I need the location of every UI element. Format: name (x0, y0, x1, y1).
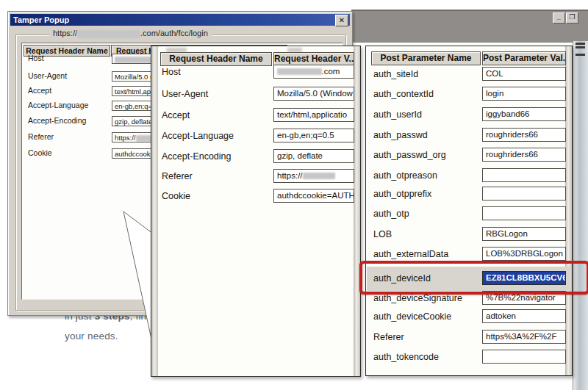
param-value-referer[interactable]: https%3A%2F%2F (482, 330, 566, 344)
param-name-auth_devicecookie: auth_deviceCookie (373, 311, 451, 322)
param-value-auth_otpprefix[interactable] (482, 187, 566, 201)
device-id-highlight-box (359, 261, 588, 295)
param-name-auth_passwd_org: auth_passwd_org (373, 150, 446, 160)
param-value-lob[interactable]: RBGLogon (482, 227, 566, 241)
window-titlebar[interactable]: Tamper Popup ✕ (10, 14, 350, 26)
param-name-cookie: Cookie (28, 148, 52, 157)
param-value-host[interactable]: .com (273, 65, 354, 79)
close-icon[interactable]: ✕ (335, 15, 348, 26)
window-title: Tamper Popup (13, 15, 69, 24)
param-value-referer[interactable]: https:// (273, 169, 354, 183)
param-name-host: Host (162, 67, 181, 77)
param-name-auth_userid: auth_userId (373, 109, 422, 120)
param-name-user-agent: User-Agent (162, 89, 208, 99)
param-name-user-agent: User-Agent (28, 71, 67, 80)
param-name-accept: Accept (162, 110, 190, 120)
param-name-auth_contextid: auth_contextId (373, 89, 434, 99)
param-name-cookie: Cookie (162, 191, 190, 201)
background-scroll-strip[interactable] (573, 41, 588, 390)
url-prefix: https:// (53, 29, 77, 37)
param-name-referer: Referer (373, 332, 404, 342)
param-value-auth_passwd[interactable]: roughriders66 (482, 128, 566, 142)
param-name-auth_otpprefix: auth_otpprefix (373, 189, 431, 199)
minimize-icon[interactable]: _ (553, 12, 565, 24)
param-name-host: Host (28, 54, 44, 62)
param-name-auth_externaldata: auth_externalData (373, 249, 448, 259)
param-value-auth_contextid[interactable]: login (482, 87, 566, 101)
redacted-value (303, 173, 335, 179)
param-value-accept-encoding[interactable]: gzip, deflate (273, 149, 354, 163)
param-value-auth_otp[interactable] (482, 206, 566, 220)
param-name-auth_otpreason: auth_otpreason (373, 170, 437, 181)
column-header-post-parameter-name[interactable]: Post Parameter Name (371, 51, 481, 65)
param-value-auth_siteid[interactable]: COL (482, 67, 566, 81)
redacted-url-host (77, 30, 140, 38)
param-value-accept-language[interactable]: en-gb,en;q=0.5 (273, 129, 354, 142)
param-value-auth_devicecookie[interactable]: adtoken (482, 309, 566, 323)
param-name-lob: LOB (373, 229, 392, 239)
param-value-accept[interactable]: text/html,applicatio (273, 108, 354, 122)
column-header-post-parameter-value[interactable]: Post Parameter Val... (482, 51, 566, 65)
page-text-line2: your needs. (65, 331, 118, 342)
param-name-auth_passwd: auth_passwd (373, 130, 428, 140)
param-name-referer: Referer (162, 171, 193, 181)
param-value-auth_tokencode[interactable] (482, 350, 566, 364)
redacted-value (277, 68, 322, 75)
param-value-auth_otpreason[interactable] (482, 168, 566, 182)
param-name-accept-language: Accept-Language (28, 101, 88, 109)
url-suffix: .com/auth/fcc/login (140, 29, 208, 37)
param-name-accept-encoding: Accept-Encoding (28, 116, 86, 125)
panel-edge (565, 46, 572, 375)
request-header-panel-zoomed: Request Header Name Request Header V... … (151, 46, 361, 377)
param-name-accept-language: Accept-Language (162, 131, 234, 141)
param-value-cookie[interactable]: authdccookie=AUTH (273, 189, 354, 203)
param-name-referer: Referer (28, 132, 54, 141)
param-name-auth_devicesignature: auth_deviceSignature (373, 293, 462, 303)
background-window-titlebar: _ ❐ (351, 10, 588, 43)
panel-edge (151, 46, 158, 376)
param-name-accept: Accept (28, 86, 51, 95)
param-value-auth_userid[interactable]: iggyband66 (482, 107, 566, 121)
param-value-user-agent[interactable]: Mozilla/5.0 (Window (273, 87, 354, 101)
restore-icon[interactable]: ❐ (566, 12, 578, 24)
panel-edge (354, 46, 360, 376)
param-name-auth_siteid: auth_siteId (373, 69, 418, 79)
column-header-request-header-name[interactable]: Request Header Name (160, 52, 272, 66)
param-name-accept-encoding: Accept-Encoding (162, 151, 232, 162)
request-url: https://.com/auth/fcc/login (49, 29, 212, 39)
menu-icon[interactable] (576, 43, 585, 56)
param-name-auth_tokencode: auth_tokencode (373, 352, 439, 362)
param-value-auth_externaldata[interactable]: LOB%3DRBGLogon (482, 247, 566, 261)
post-parameter-panel-zoomed: Post Parameter Name Post Parameter Val..… (365, 46, 573, 376)
param-name-auth_otp: auth_otp (373, 209, 409, 219)
param-value-auth_passwd_org[interactable]: roughriders66 (482, 148, 566, 162)
